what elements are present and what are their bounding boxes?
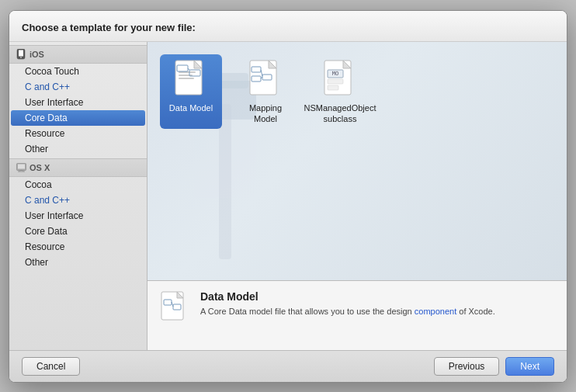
svg-rect-25 bbox=[328, 79, 343, 84]
svg-rect-4 bbox=[18, 164, 25, 168]
dialog-footer: Cancel Previous Next bbox=[9, 350, 567, 382]
sidebar-section-osx[interactable]: OS X bbox=[9, 158, 147, 177]
sidebar-item-cocoa[interactable]: Cocoa bbox=[9, 177, 147, 193]
osx-section-label: OS X bbox=[29, 163, 50, 172]
svg-text:MO: MO bbox=[332, 71, 338, 77]
sidebar-item-cocoa-touch[interactable]: Cocoa Touch bbox=[9, 64, 147, 79]
data-model-icon bbox=[171, 59, 211, 99]
sidebar-item-other-osx[interactable]: Other bbox=[9, 255, 147, 270]
nsmanagedobject-icon: MO bbox=[320, 59, 360, 99]
dialog-body: iOS Cocoa Touch C and C++ User Interface… bbox=[9, 42, 567, 350]
osx-icon bbox=[16, 162, 26, 173]
description-body: A Core Data model file that allows you t… bbox=[200, 306, 495, 317]
template-nsmanagedobject[interactable]: MO NSManagedObject subclass bbox=[309, 54, 371, 130]
sidebar-section-ios[interactable]: iOS bbox=[9, 45, 147, 64]
svg-rect-12 bbox=[179, 78, 194, 79]
mapping-model-label: Mapping Model bbox=[239, 102, 292, 125]
sidebar-item-resource-osx[interactable]: Resource bbox=[9, 239, 147, 255]
sidebar-item-c-cpp-osx[interactable]: C and C++ bbox=[9, 193, 147, 208]
sidebar-item-user-interface[interactable]: User Interface bbox=[9, 95, 147, 110]
dialog: Choose a template for your new file: iOS… bbox=[9, 10, 567, 383]
ios-section-label: iOS bbox=[29, 50, 44, 59]
template-area: Data Model bbox=[147, 42, 567, 280]
description-title: Data Model bbox=[200, 290, 495, 303]
sidebar-item-user-interface-osx[interactable]: User Interface bbox=[9, 208, 147, 224]
sidebar-item-resource[interactable]: Resource bbox=[9, 126, 147, 141]
templates-grid: Data Model bbox=[147, 42, 567, 142]
ios-icon bbox=[16, 49, 26, 60]
data-model-label: Data Model bbox=[169, 102, 213, 113]
svg-rect-1 bbox=[19, 50, 23, 56]
next-button[interactable]: Next bbox=[505, 357, 554, 376]
footer-right: Previous Next bbox=[434, 357, 554, 376]
svg-rect-5 bbox=[18, 171, 25, 172]
nsmanagedobject-label: NSManagedObject subclass bbox=[304, 102, 376, 125]
sidebar-item-c-cpp[interactable]: C and C++ bbox=[9, 79, 147, 95]
sidebar-item-core-data-osx[interactable]: Core Data bbox=[9, 224, 147, 239]
sidebar-item-core-data[interactable]: Core Data bbox=[11, 110, 145, 126]
svg-rect-26 bbox=[328, 85, 338, 90]
sidebar-item-other[interactable]: Other bbox=[9, 141, 147, 157]
previous-button[interactable]: Previous bbox=[434, 357, 500, 376]
template-mapping-model[interactable]: Mapping Model bbox=[234, 54, 297, 130]
description-area: Data Model A Core Data model file that a… bbox=[147, 280, 567, 350]
description-icon bbox=[160, 290, 191, 321]
cancel-button[interactable]: Cancel bbox=[22, 357, 80, 376]
sidebar: iOS Cocoa Touch C and C++ User Interface… bbox=[9, 42, 147, 350]
svg-point-2 bbox=[20, 57, 22, 58]
template-data-model[interactable]: Data Model bbox=[160, 54, 222, 130]
mapping-model-icon bbox=[245, 59, 286, 99]
main-content: Data Model bbox=[147, 42, 567, 350]
dialog-title: Choose a template for your new file: bbox=[22, 22, 196, 33]
dialog-header: Choose a template for your new file: bbox=[9, 11, 567, 42]
description-text-block: Data Model A Core Data model file that a… bbox=[200, 290, 495, 317]
